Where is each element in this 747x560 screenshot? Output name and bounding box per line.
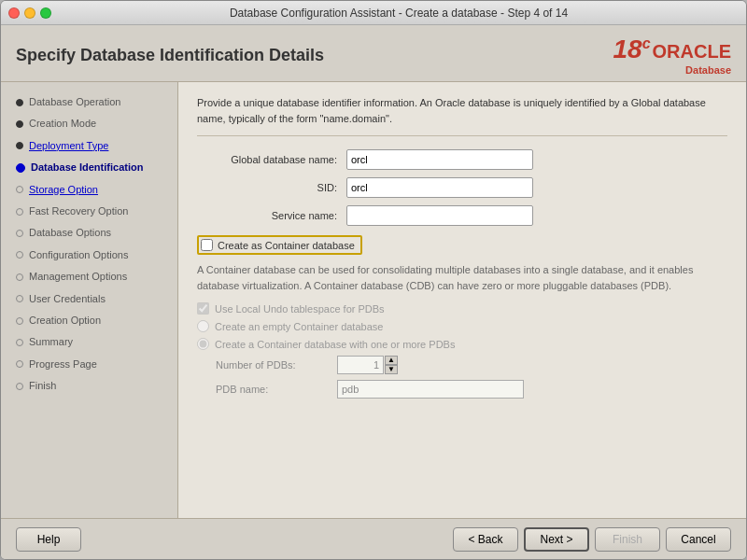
page-title: Specify Database Identification Details [16, 46, 324, 65]
sidebar-item-database-identification: Database Identification [1, 157, 177, 178]
sidebar-dot [16, 273, 23, 281]
service-name-label: Service name: [197, 210, 346, 221]
window-title: Database Configuration Assistant - Creat… [59, 7, 739, 20]
create-empty-radio[interactable] [197, 320, 209, 332]
sidebar-dot [16, 360, 23, 368]
number-of-pdbs-label: Number of PDBs: [216, 359, 337, 371]
sidebar-item-fast-recovery-option: Fast Recovery Option [1, 201, 177, 222]
pdb-name-label: PDB name: [216, 384, 337, 395]
sidebar-item-user-credentials: User Credentials [1, 288, 177, 310]
sid-label: SID: [197, 182, 346, 193]
create-with-pdbs-label: Create a Container database with one or … [215, 339, 455, 350]
sidebar-dot [16, 251, 23, 259]
sidebar-item-summary: Summary [1, 331, 177, 353]
footer-right-buttons: < Back Next > Finish Cancel [453, 527, 731, 552]
sidebar-dot [16, 295, 23, 302]
sidebar-item-finish: Finish [1, 375, 177, 397]
description-text: Provide a unique database identifier inf… [197, 95, 727, 136]
sid-input[interactable] [346, 177, 533, 198]
sid-row: SID: [197, 177, 727, 198]
oracle-brand: ORACLE [653, 41, 731, 63]
minimize-button[interactable] [24, 7, 35, 19]
close-button[interactable] [8, 7, 20, 19]
sidebar-dot [16, 99, 23, 106]
next-button[interactable]: Next > [524, 527, 589, 552]
maximize-button[interactable] [40, 7, 51, 19]
back-button[interactable]: < Back [453, 527, 518, 552]
global-db-name-input[interactable] [346, 149, 533, 170]
number-of-pdbs-input-wrap: ▲ ▼ [337, 356, 398, 374]
titlebar: Database Configuration Assistant - Creat… [1, 1, 746, 25]
create-empty-label: Create an empty Container database [215, 321, 383, 332]
help-button[interactable]: Help [16, 527, 81, 552]
container-db-description: A Container database can be used for con… [197, 262, 727, 293]
sidebar-item-database-operation: Database Operation [1, 91, 177, 113]
number-of-pdbs-row: Number of PDBs: ▲ ▼ [216, 356, 727, 374]
traffic-lights [8, 7, 51, 19]
sidebar-item-configuration-options: Configuration Options [1, 245, 177, 266]
create-with-pdbs-option: Create a Container database with one or … [197, 338, 727, 350]
container-db-checkbox-row: Create as Container database [197, 235, 727, 255]
spinner-down-button[interactable]: ▼ [385, 365, 398, 374]
spinner-buttons: ▲ ▼ [385, 356, 398, 374]
page-header: Specify Database Identification Details … [1, 25, 746, 82]
sidebar-item-management-options: Management Options [1, 266, 177, 287]
sidebar-dot [16, 142, 23, 149]
oracle-product: Database [685, 64, 731, 76]
sidebar-dot [16, 339, 23, 346]
create-empty-option: Create an empty Container database [197, 320, 727, 332]
pdb-name-input[interactable] [337, 380, 524, 399]
finish-button[interactable]: Finish [595, 527, 660, 552]
sidebar-dot [16, 208, 23, 216]
create-with-pdbs-radio[interactable] [197, 338, 209, 350]
sidebar-item-creation-mode: Creation Mode [1, 113, 177, 134]
sidebar-item-creation-option: Creation Option [1, 310, 177, 331]
local-undo-label: Use Local Undo tablespace for PDBs [215, 303, 385, 315]
sidebar-item-progress-page: Progress Page [1, 354, 177, 375]
service-name-input[interactable] [346, 205, 533, 226]
sidebar-dot-active [16, 163, 25, 173]
pdb-name-row: PDB name: [216, 380, 727, 399]
local-undo-checkbox[interactable] [197, 302, 209, 315]
global-db-name-row: Global database name: [197, 149, 727, 170]
sidebar-item-database-options: Database Options [1, 222, 177, 244]
number-of-pdbs-input[interactable] [337, 356, 384, 374]
right-panel: Provide a unique database identifier inf… [178, 82, 746, 518]
spinner-up-button[interactable]: ▲ [385, 356, 398, 365]
sidebar-dot [16, 383, 23, 390]
container-db-label: Create as Container database [218, 240, 355, 251]
sidebar: Database Operation Creation Mode Deploym… [1, 82, 178, 518]
sidebar-dot [16, 120, 23, 128]
sidebar-item-storage-option[interactable]: Storage Option [1, 179, 177, 201]
container-db-checkbox[interactable] [201, 239, 213, 251]
sidebar-dot [16, 230, 23, 237]
content-area: Specify Database Identification Details … [1, 25, 746, 559]
sidebar-dot [16, 186, 23, 193]
container-db-checkbox-wrapper: Create as Container database [197, 235, 362, 255]
service-name-row: Service name: [197, 205, 727, 226]
global-db-name-label: Global database name: [197, 154, 346, 165]
cancel-button[interactable]: Cancel [666, 527, 731, 552]
main-window: Database Configuration Assistant - Creat… [0, 0, 747, 560]
main-body: Database Operation Creation Mode Deploym… [1, 82, 746, 518]
sidebar-dot [16, 317, 23, 325]
oracle-logo: 18c ORACLE Database [613, 35, 731, 76]
oracle-version: 18c [613, 35, 650, 64]
sidebar-item-deployment-type[interactable]: Deployment Type [1, 135, 177, 157]
local-undo-option: Use Local Undo tablespace for PDBs [197, 302, 727, 315]
footer: Help < Back Next > Finish Cancel [1, 518, 746, 559]
